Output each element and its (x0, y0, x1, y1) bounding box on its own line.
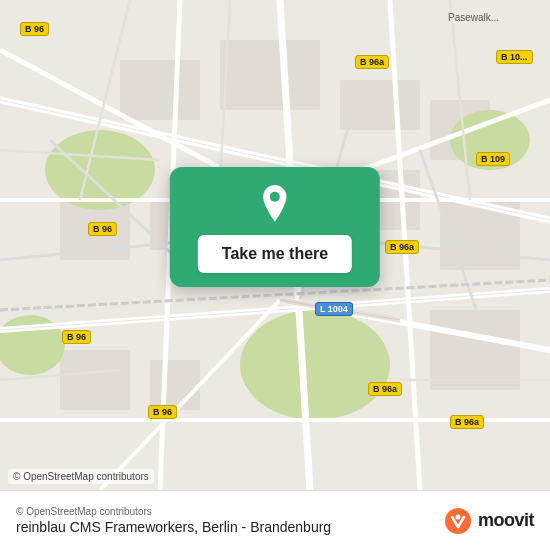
location-title: reinblau CMS Frameworkers, Berlin - Bran… (16, 519, 331, 535)
svg-rect-3 (340, 80, 420, 130)
copyright-text: © OpenStreetMap contributors (16, 506, 331, 517)
svg-rect-1 (120, 60, 200, 120)
road-badge-b96-lower: B 96 (62, 330, 91, 344)
svg-point-43 (270, 192, 280, 202)
svg-point-45 (455, 514, 460, 519)
road-badge-b96a-lower: B 96a (368, 382, 402, 396)
road-badge-b102: B 10... (496, 50, 533, 64)
road-badge-b96a-top: B 96a (355, 55, 389, 69)
road-badge-b96-mid: B 96 (88, 222, 117, 236)
svg-point-13 (240, 310, 390, 420)
road-badge-b96a-right: B 96a (450, 415, 484, 429)
road-badge-b96-topleft: B 96 (20, 22, 49, 36)
pasewalk-label: Pasewalk... (448, 12, 499, 23)
road-badge-b96-bottom: B 96 (148, 405, 177, 419)
svg-point-44 (445, 508, 471, 534)
svg-rect-9 (60, 350, 130, 410)
svg-rect-10 (150, 360, 200, 410)
svg-rect-2 (220, 40, 320, 110)
moovit-logo: moovit (444, 507, 534, 535)
road-badge-l1004: L 1004 (315, 302, 353, 316)
marker-card: Take me there (170, 167, 380, 287)
location-info: © OpenStreetMap contributors reinblau CM… (16, 506, 331, 535)
moovit-label: moovit (478, 510, 534, 531)
road-badge-b96a-mid: B 96a (385, 240, 419, 254)
map-container: B 96 B 96 B 96 B 96 B 96a B 96a B 96a B … (0, 0, 550, 490)
take-me-there-button[interactable]: Take me there (198, 235, 352, 273)
moovit-icon (444, 507, 472, 535)
map-attribution: © OpenStreetMap contributors (8, 469, 154, 484)
svg-rect-11 (430, 310, 520, 390)
bottom-bar: © OpenStreetMap contributors reinblau CM… (0, 490, 550, 550)
location-pin-icon (255, 185, 295, 225)
road-badge-b109: B 109 (476, 152, 510, 166)
